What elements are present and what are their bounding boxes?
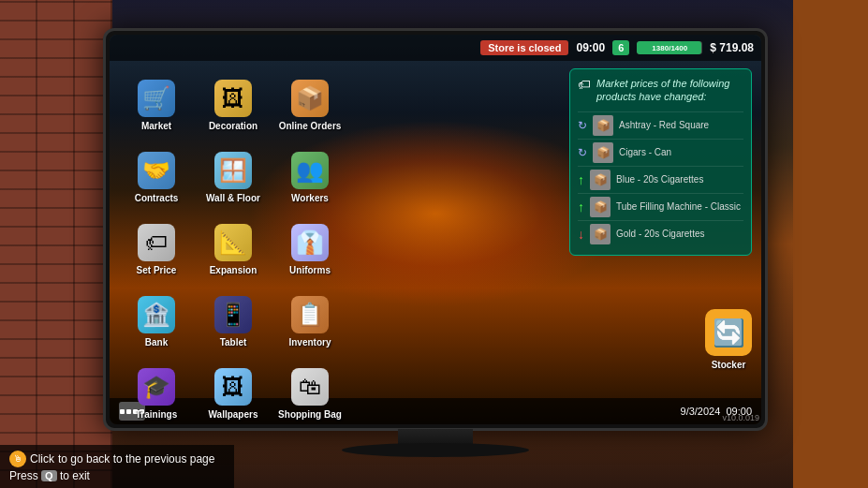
contracts-icon-label: Contracts [135, 193, 179, 203]
desktop-icon-expansion[interactable]: 📐Expansion [196, 214, 271, 285]
desktop-icon-online-orders[interactable]: 📦Online Orders [272, 70, 347, 140]
wall-floor-icon-label: Wall & Floor [206, 193, 260, 203]
online-orders-icon-label: Online Orders [279, 121, 342, 131]
market-item-name: Blue - 20s Cigarettes [616, 174, 703, 185]
xp-bar: 1380/1400 [637, 41, 702, 54]
click-hint: 🖱 Click to go back to the previous page [9, 451, 225, 467]
market-icon-label: Market [141, 121, 171, 131]
icon-grid: 🛒Market🖼Decoration📦Online Orders🤝Contrac… [119, 70, 347, 424]
wall-floor-icon-img: 🪟 [214, 152, 252, 189]
market-panel-title: Market prices of the following products … [596, 77, 743, 104]
market-item-name: Tube Filling Machine - Classic [616, 201, 741, 212]
inventory-icon-label: Inventory [288, 337, 331, 348]
market-item-icon: 📦 [590, 197, 611, 217]
expansion-icon-img: 📐 [214, 224, 252, 261]
desktop-icon-wallpapers[interactable]: 🖼Wallpapers [196, 359, 271, 424]
bottom-hints: 🖱 Click to go back to the previous page … [0, 445, 234, 488]
expansion-icon-label: Expansion [210, 265, 257, 275]
market-item-ashtray---red-square: ↻📦Ashtray - Red Square [578, 111, 743, 139]
monitor: Store is closed 09:00 6 1380/1400 $ 719.… [103, 28, 768, 431]
level-badge: 6 [612, 40, 629, 55]
market-arrow-down: ↓ [578, 227, 584, 242]
contracts-icon-img: 🤝 [138, 152, 175, 189]
set-price-icon-img: 🏷 [138, 224, 175, 261]
wallpapers-icon-img: 🖼 [214, 368, 252, 406]
market-item-icon: 📦 [590, 224, 611, 244]
version-text: v10.0.019 [722, 413, 759, 422]
desktop-icon-shopping-bag[interactable]: 🛍Shopping Bag [272, 359, 347, 424]
market-item-name: Gold - 20s Cigarettes [616, 229, 705, 239]
market-item-icon: 📦 [593, 115, 613, 136]
market-item-gold---20s-cigarettes: ↓📦Gold - 20s Cigarettes [578, 220, 743, 247]
desktop-content: 🛒Market🖼Decoration📦Online Orders🤝Contrac… [110, 61, 761, 398]
press-suffix: to exit [60, 469, 90, 482]
desktop-icon-workers[interactable]: 👥Workers [272, 142, 347, 213]
desktop-icon-wall-floor[interactable]: 🪟Wall & Floor [196, 142, 271, 213]
top-bar: Store is closed 09:00 6 1380/1400 $ 719.… [110, 35, 761, 61]
monitor-screen: Store is closed 09:00 6 1380/1400 $ 719.… [110, 35, 761, 424]
desktop-icon-market[interactable]: 🛒Market [119, 70, 194, 140]
market-panel-icon: 🏷 [578, 77, 591, 92]
set-price-icon-label: Set Price [137, 265, 177, 275]
desktop-icon-uniforms[interactable]: 👔Uniforms [272, 214, 347, 285]
market-item-icon: 📦 [590, 170, 611, 190]
trainings-icon-label: Trainings [136, 409, 177, 420]
press-hint: Press Q to exit [9, 469, 225, 482]
market-arrow-up: ↑ [578, 172, 584, 187]
brick-wall-right [793, 0, 868, 488]
desktop: Store is closed 09:00 6 1380/1400 $ 719.… [110, 35, 761, 424]
top-time: 09:00 [576, 41, 605, 54]
stocker-emoji: 🔄 [713, 318, 745, 348]
brick-wall-left [0, 0, 112, 488]
desktop-icon-decoration[interactable]: 🖼Decoration [196, 70, 271, 140]
decoration-icon-label: Decoration [209, 121, 257, 131]
market-item-blue---20s-cigarettes: ↑📦Blue - 20s Cigarettes [578, 166, 743, 193]
click-text: Click [30, 452, 54, 466]
desktop-icon-trainings[interactable]: 🎓Trainings [119, 359, 194, 424]
trainings-icon-img: 🎓 [138, 368, 175, 406]
desktop-icon-tablet[interactable]: 📱Tablet [196, 287, 271, 357]
market-item-cigars---can: ↻📦Cigars - Can [578, 139, 743, 166]
wallpapers-icon-label: Wallpapers [209, 409, 258, 420]
workers-icon-label: Workers [291, 193, 329, 203]
uniforms-icon-img: 👔 [291, 224, 329, 261]
q-key: Q [41, 470, 57, 481]
desktop-icon-inventory[interactable]: 📋Inventory [272, 287, 347, 357]
desktop-icon-bank[interactable]: 🏦Bank [119, 287, 194, 357]
market-item-name: Ashtray - Red Square [619, 120, 709, 130]
xp-text: 1380/1400 [637, 41, 702, 54]
online-orders-icon-img: 📦 [291, 80, 329, 117]
stocker-icon[interactable]: 🔄 Stocker [705, 309, 752, 370]
desktop-icon-contracts[interactable]: 🤝Contracts [119, 142, 194, 213]
desktop-icon-set-price[interactable]: 🏷Set Price [119, 214, 194, 285]
market-arrow-refresh: ↻ [578, 119, 587, 132]
market-arrow-up: ↑ [578, 200, 584, 214]
market-item-icon: 📦 [593, 142, 613, 163]
stocker-label: Stocker [712, 360, 746, 370]
tablet-icon-label: Tablet [220, 337, 247, 348]
decoration-icon-img: 🖼 [214, 80, 252, 117]
shopping-bag-icon-label: Shopping Bag [278, 409, 342, 420]
click-suffix: to go back to the previous page [58, 452, 214, 466]
store-status-badge: Store is closed [480, 40, 568, 55]
market-arrow-refresh: ↻ [578, 146, 587, 159]
market-panel-header: 🏷 Market prices of the following product… [578, 77, 743, 104]
bank-icon-img: 🏦 [138, 296, 175, 333]
press-text: Press [9, 469, 38, 482]
market-item-tube-filling-machine---classic: ↑📦Tube Filling Machine - Classic [578, 193, 743, 220]
market-item-name: Cigars - Can [619, 147, 671, 157]
market-price-panel: 🏷 Market prices of the following product… [569, 68, 752, 256]
uniforms-icon-label: Uniforms [289, 265, 331, 275]
shopping-bag-icon-img: 🛍 [291, 368, 329, 406]
tablet-icon-img: 📱 [214, 296, 252, 333]
mouse-icon: 🖱 [9, 451, 26, 467]
market-icon-img: 🛒 [138, 80, 175, 117]
money-display: $ 719.08 [710, 41, 754, 54]
workers-icon-img: 👥 [291, 152, 329, 189]
bank-icon-label: Bank [145, 337, 168, 348]
taskbar-date: 9/3/2024 [681, 406, 721, 417]
stand-base [342, 443, 529, 457]
stocker-button[interactable]: 🔄 [705, 309, 752, 356]
inventory-icon-img: 📋 [291, 296, 329, 333]
